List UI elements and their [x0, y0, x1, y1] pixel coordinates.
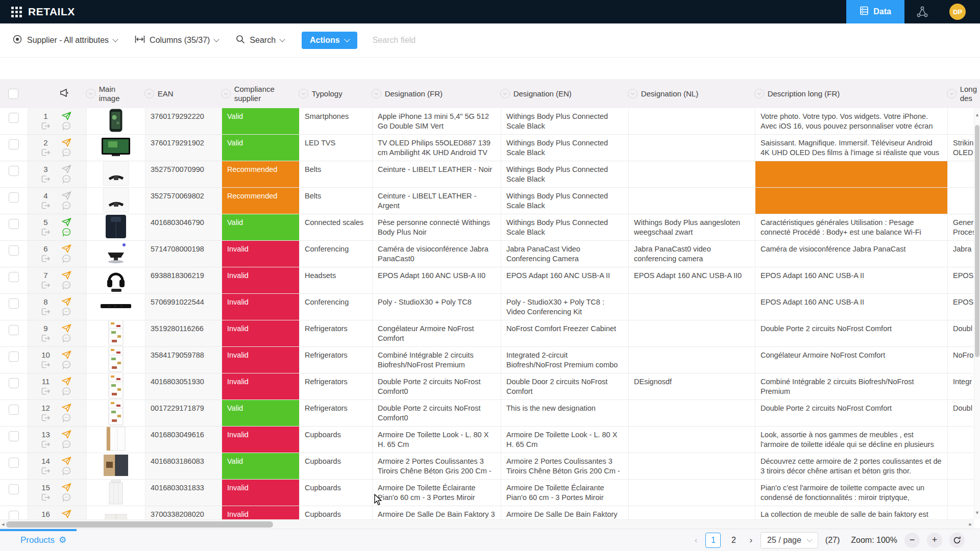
- description-long-fr-cell[interactable]: Congélateur Armoire NoFrost Comfort: [755, 347, 948, 373]
- compliance-cell[interactable]: Invalid: [222, 320, 300, 346]
- comment-icon[interactable]: [62, 307, 71, 316]
- comment-icon[interactable]: [62, 334, 71, 343]
- send-icon[interactable]: [61, 403, 72, 413]
- typology-cell[interactable]: Conferencing: [300, 241, 373, 267]
- horizontal-scrollbar[interactable]: ◂ ▸: [0, 519, 974, 529]
- column-header-ean[interactable]: EAN: [141, 89, 218, 98]
- filter-icon[interactable]: [86, 89, 95, 98]
- designation-fr-cell[interactable]: Ceinture - LIBELT LEATHER - Argent: [373, 188, 501, 214]
- typology-cell[interactable]: Belts: [300, 188, 373, 214]
- column-header-fr[interactable]: Designation (FR): [369, 89, 497, 98]
- view-selector[interactable]: Supplier - All attributes: [12, 34, 117, 46]
- compliance-cell[interactable]: Invalid: [222, 294, 300, 320]
- tab-data[interactable]: Data: [846, 0, 904, 23]
- comment-icon[interactable]: [62, 121, 71, 131]
- row-checkbox[interactable]: [9, 245, 19, 256]
- open-record-icon[interactable]: [41, 175, 51, 183]
- ean-cell[interactable]: 4016803046790: [145, 214, 222, 240]
- main-image-cell[interactable]: [87, 480, 145, 506]
- column-header-nl[interactable]: Designation (NL): [625, 89, 751, 98]
- zoom-out-button[interactable]: −: [904, 533, 920, 548]
- designation-fr-cell[interactable]: Double Porte 2 circuits NoFrost Comfort0: [373, 373, 501, 399]
- designation-nl-cell[interactable]: Withings Body Plus aangesloten weegschaa…: [629, 214, 755, 240]
- row-checkbox[interactable]: [9, 458, 19, 468]
- vertical-scroll-thumb[interactable]: [975, 125, 979, 357]
- description-long-fr-cell[interactable]: La collection de meuble de salle de bain…: [755, 506, 948, 519]
- main-image-cell[interactable]: [87, 267, 145, 293]
- designation-en-cell[interactable]: Armoire De Toilette Éclairante Pian'o 60…: [501, 480, 629, 506]
- ean-cell[interactable]: 5714708000198: [145, 241, 222, 267]
- select-all-checkbox[interactable]: [8, 89, 18, 99]
- designation-en-cell[interactable]: EPOS Adapt 160 ANC USB-A II: [501, 267, 629, 293]
- open-record-icon[interactable]: [41, 334, 51, 342]
- designation-fr-cell[interactable]: Armoire 2 Portes Coulissantes 3 Tiroirs …: [373, 453, 501, 479]
- designation-en-cell[interactable]: Jabra PanaCast Video Conferencing Camera: [501, 241, 629, 267]
- typology-cell[interactable]: Cupboards: [300, 506, 373, 519]
- filter-icon[interactable]: [500, 89, 510, 98]
- send-icon[interactable]: [61, 509, 72, 519]
- send-icon[interactable]: [61, 111, 72, 121]
- open-record-icon[interactable]: [41, 308, 51, 316]
- send-icon[interactable]: [61, 456, 72, 466]
- designation-en-cell[interactable]: Armoire De Salle De Bain Faktory 3: [501, 506, 629, 519]
- main-image-cell[interactable]: [87, 453, 145, 479]
- compliance-cell[interactable]: Invalid: [222, 241, 300, 267]
- send-icon[interactable]: [61, 164, 72, 174]
- row-checkbox[interactable]: [9, 298, 19, 309]
- compliance-cell[interactable]: Valid: [222, 400, 300, 426]
- comment-icon[interactable]: [62, 440, 71, 449]
- scroll-left-icon[interactable]: ◂: [2, 521, 5, 528]
- refresh-button[interactable]: [949, 533, 965, 548]
- comment-icon[interactable]: [62, 387, 71, 396]
- ean-cell[interactable]: 0017229171879: [145, 400, 222, 426]
- ean-cell[interactable]: 4016803031833: [145, 480, 222, 506]
- row-checkbox[interactable]: [9, 113, 19, 123]
- send-icon[interactable]: [61, 377, 72, 386]
- main-image-cell[interactable]: [87, 241, 145, 267]
- designation-en-cell[interactable]: Armoire 2 Portes Coulissantes 3 Tiroirs …: [501, 453, 629, 479]
- description-long-fr-cell[interactable]: [755, 161, 948, 187]
- column-header-typ[interactable]: Typology: [296, 89, 369, 98]
- designation-en-cell[interactable]: Poly - StudioX30 + Poly TC8 : Video Conf…: [501, 294, 629, 320]
- main-image-cell[interactable]: [87, 135, 145, 161]
- send-icon[interactable]: [61, 270, 72, 280]
- filter-icon[interactable]: [947, 89, 957, 98]
- typology-cell[interactable]: Smartphones: [300, 108, 373, 134]
- gear-icon[interactable]: ⚙: [59, 535, 66, 545]
- compliance-cell[interactable]: Valid: [222, 453, 300, 479]
- designation-nl-cell[interactable]: [629, 400, 755, 426]
- main-image-cell[interactable]: [87, 373, 145, 399]
- designation-en-cell[interactable]: NoFrost Comfort Freezer Cabinet: [501, 320, 629, 346]
- compliance-cell[interactable]: Invalid: [222, 427, 300, 453]
- typology-cell[interactable]: Refrigerators: [300, 347, 373, 373]
- designation-nl-cell[interactable]: [629, 506, 755, 519]
- compliance-cell[interactable]: Recommended: [222, 161, 300, 187]
- ean-cell[interactable]: 3527570069802: [145, 188, 222, 214]
- open-record-icon[interactable]: [41, 281, 51, 289]
- description-long-fr-cell[interactable]: Saisissant. Magnifique. Immersif. Télévi…: [755, 135, 948, 161]
- main-image-cell[interactable]: [87, 214, 145, 240]
- comment-icon[interactable]: [62, 174, 71, 184]
- comment-icon[interactable]: [62, 228, 71, 237]
- designation-nl-cell[interactable]: [629, 320, 755, 346]
- column-header-desc[interactable]: Description long (FR): [751, 89, 944, 98]
- comment-icon[interactable]: [62, 466, 71, 475]
- description-long-fr-cell[interactable]: Caméra de visioconférence Jabra PanaCast: [755, 241, 948, 267]
- compliance-cell[interactable]: Invalid: [222, 506, 300, 519]
- designation-nl-cell[interactable]: [629, 427, 755, 453]
- comment-icon[interactable]: [62, 413, 71, 422]
- designation-en-cell[interactable]: Integrated 2-circuit Biofresh/NoFrost Pr…: [501, 347, 629, 373]
- row-checkbox[interactable]: [9, 166, 19, 176]
- designation-fr-cell[interactable]: Double Porte 2 circuits NoFrost Comfort0: [373, 400, 501, 426]
- column-header-comp[interactable]: Compliance supplier: [218, 85, 296, 103]
- designation-fr-cell[interactable]: Pèse personne connecté Withings Body Plu…: [373, 214, 501, 240]
- comment-icon[interactable]: [62, 254, 71, 263]
- designation-fr-cell[interactable]: Poly - StudioX30 + Poly TC8: [373, 294, 501, 320]
- designation-fr-cell[interactable]: Armoire De Toilette Look - L. 80 X H. 65…: [373, 427, 501, 453]
- zoom-in-button[interactable]: +: [927, 533, 942, 548]
- row-checkbox[interactable]: [9, 352, 19, 362]
- filter-icon[interactable]: [372, 89, 381, 98]
- ean-cell[interactable]: 4016803051930: [145, 373, 222, 399]
- search-input[interactable]: [373, 36, 980, 45]
- typology-cell[interactable]: Belts: [300, 161, 373, 187]
